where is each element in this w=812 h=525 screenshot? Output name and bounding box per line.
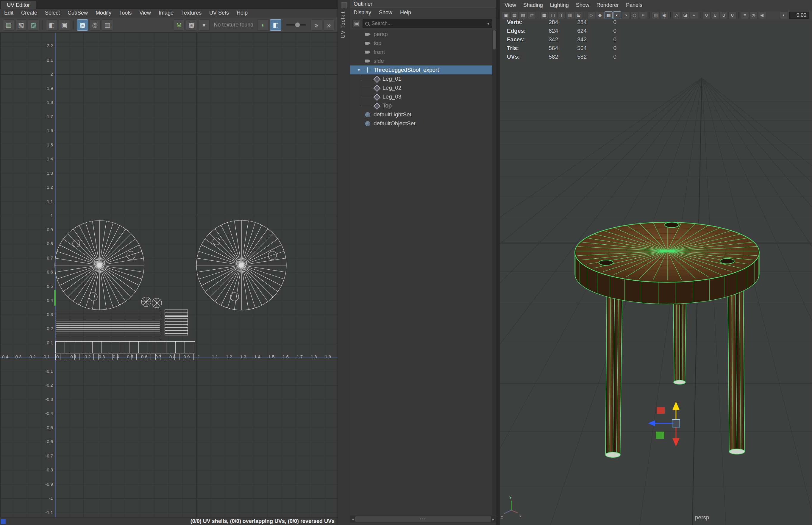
film-gate-icon[interactable]: ▢ — [549, 11, 557, 19]
uv-shell-strip-b[interactable] — [165, 318, 188, 326]
uv-menu-uv-sets[interactable]: UV Sets — [209, 10, 229, 16]
snap-to-curves-icon[interactable]: ∪ — [711, 11, 719, 19]
uv-shell-leg-band-1[interactable] — [55, 341, 195, 353]
uv-menu-select[interactable]: Select — [45, 10, 60, 16]
stool-leg-right[interactable] — [728, 282, 745, 454]
resolution-gate-icon[interactable]: ◫ — [557, 11, 566, 19]
viewport-scene[interactable]: y z x — [500, 20, 812, 525]
uv-shell-strip-a[interactable] — [165, 310, 188, 317]
uv-texture-checker-icon[interactable]: ▦ — [3, 19, 14, 31]
texture-swatch-icon[interactable]: ▩ — [186, 19, 197, 31]
uv-canvas[interactable]: 2.22.121.91.81.71.61.51.41.31.21.110.90.… — [0, 33, 337, 517]
render-view-icon[interactable]: ◉ — [758, 11, 766, 19]
outliner-item-side[interactable]: side — [350, 57, 492, 65]
outliner-menu-display[interactable]: Display — [354, 10, 371, 16]
snap-to-grids-icon[interactable]: ∪ — [703, 11, 710, 19]
scrollbar-thumb[interactable] — [493, 30, 496, 49]
outliner-item-leg_01[interactable]: Leg_01 — [350, 74, 492, 83]
outliner-search-input[interactable] — [372, 20, 485, 27]
uv-editor-tab[interactable]: UV Editor — [1, 1, 36, 9]
outliner-item-defaultlightset[interactable]: defaultLightSet — [350, 110, 492, 119]
uv-menu-create[interactable]: Create — [21, 10, 37, 16]
viewport-menu-lighting[interactable]: Lighting — [550, 2, 569, 8]
uv-distortion-icon[interactable]: ▨ — [28, 19, 39, 31]
uv-snapshot-icon[interactable]: ▥ — [102, 19, 113, 31]
plane-handle-green[interactable] — [656, 432, 664, 439]
uv-menu-edit[interactable]: Edit — [4, 10, 13, 16]
outliner-vertical-scrollbar[interactable] — [492, 30, 496, 515]
uv-menu-view[interactable]: View — [139, 10, 151, 16]
search-dropdown-caret-icon[interactable]: ▾ — [487, 21, 489, 26]
input-operations-icon[interactable]: ≡ — [741, 11, 749, 19]
stool-leg-back[interactable] — [673, 297, 686, 384]
pan-zoom-icon[interactable]: ⇄ — [528, 11, 536, 19]
slider-knob[interactable] — [295, 22, 300, 27]
outliner-search-box[interactable]: ▾ — [363, 19, 492, 28]
image-brightness-slider[interactable] — [286, 24, 306, 26]
outliner-item-defaultobjectset[interactable]: defaultObjectSet — [350, 119, 492, 128]
grid-display-icon[interactable]: ▦ — [540, 11, 548, 19]
outliner-item-leg_02[interactable]: Leg_02 — [350, 83, 492, 92]
isolate-select-icon[interactable]: △ — [673, 11, 681, 19]
camera-attributes-icon[interactable]: ▣ — [502, 11, 510, 19]
uv-shell-seat-side[interactable] — [56, 311, 160, 339]
multisampling-icon[interactable]: ▨ — [651, 11, 660, 19]
center-handle[interactable] — [672, 419, 680, 427]
texture-borders-icon[interactable]: ▣ — [59, 19, 70, 31]
uv-menu-help[interactable]: Help — [237, 10, 247, 16]
outliner-item-top[interactable]: Top — [350, 101, 492, 110]
scroll-right-icon[interactable]: ▸ — [491, 517, 495, 522]
uv-menu-modify[interactable]: Modify — [95, 10, 111, 16]
uv-menu-tools[interactable]: Tools — [119, 10, 132, 16]
exposure-icon[interactable]: ◐ — [780, 11, 788, 19]
dim-image-icon[interactable]: ◎ — [89, 19, 101, 31]
smooth-shade-icon[interactable]: ◆ — [596, 11, 604, 19]
gain-toggle-icon[interactable]: ◧ — [270, 19, 281, 31]
uv-shells[interactable] — [55, 220, 286, 310]
texture-list-caret-icon[interactable]: ▾ — [198, 19, 210, 31]
uv-shell-leg-band-2[interactable] — [55, 354, 195, 360]
scroll-left-icon[interactable]: ◂ — [351, 517, 355, 522]
x-ray-joints-icon[interactable]: + — [690, 11, 698, 19]
viewport-menu-shading[interactable]: Shading — [523, 2, 543, 8]
outliner-item-front[interactable]: front — [350, 48, 492, 57]
outliner-menu-help[interactable]: Help — [400, 10, 411, 16]
panel-divider[interactable] — [496, 0, 500, 525]
wireframe-display-icon[interactable]: ◇ — [587, 11, 595, 19]
gate-mask-icon[interactable]: ▥ — [566, 11, 574, 19]
uv-menu-cut-sew[interactable]: Cut/Sew — [67, 10, 88, 16]
exposure-field[interactable]: 0.00 — [790, 12, 809, 19]
display-shaded-uvs-icon[interactable]: ◧ — [46, 19, 58, 31]
stool-leg-left[interactable] — [605, 282, 622, 457]
display-image-icon[interactable]: ▩ — [77, 19, 88, 31]
outliner-item-threeleggedstool_export[interactable]: ▾ThreeLeggedStool_export — [350, 65, 492, 74]
uv-shells-svg[interactable] — [0, 33, 337, 517]
x-ray-icon[interactable]: ◪ — [681, 11, 689, 19]
motion-blur-icon[interactable]: ≈ — [639, 11, 647, 19]
viewport-menu-panels[interactable]: Panels — [626, 2, 642, 8]
exposure-toggle-icon[interactable]: ◐ — [257, 19, 269, 31]
snap-to-planes-icon[interactable]: ∪ — [728, 11, 736, 19]
viewport-menu-view[interactable]: View — [505, 2, 516, 8]
scrollbar-thumb-h[interactable]: ••• — [355, 516, 491, 522]
toolbar-expand-icon[interactable]: » — [311, 19, 322, 31]
outliner-menu-show[interactable]: Show — [379, 10, 392, 16]
outliner-item-persp[interactable]: persp — [350, 30, 492, 39]
field-chart-icon[interactable]: ⊞ — [575, 11, 583, 19]
uv-shell-strip-c[interactable] — [165, 327, 188, 335]
search-filter-icon[interactable]: ▣ — [352, 19, 361, 28]
uv-toolkit-strip[interactable]: UV Toolkit — [337, 0, 350, 525]
image-plane-icon[interactable]: ▧ — [519, 11, 527, 19]
uv-shaded-shells-icon[interactable]: ▧ — [15, 19, 27, 31]
stool-seat-top[interactable] — [575, 222, 759, 282]
outliner-horizontal-scrollbar[interactable]: ◂ ••• ▸ — [350, 515, 496, 523]
uv-toolkit-icon[interactable] — [341, 2, 347, 8]
use-all-lights-icon[interactable]: ◐ — [613, 11, 621, 19]
outliner-item-top[interactable]: top — [350, 39, 492, 48]
shadows-icon[interactable]: ◑ — [622, 11, 630, 19]
perspective-viewport[interactable]: ViewShadingLightingShowRendererPanels ▣▤… — [500, 0, 812, 525]
bookmarks-icon[interactable]: ▤ — [510, 11, 518, 19]
depth-of-field-icon[interactable]: ◉ — [660, 11, 668, 19]
uv-menu-textures[interactable]: Textures — [181, 10, 201, 16]
textured-display-icon[interactable]: ▩ — [604, 11, 613, 19]
